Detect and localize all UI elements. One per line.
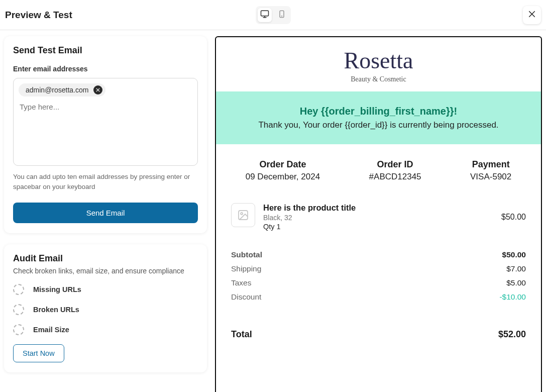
order-id-label: Order ID [369, 159, 421, 170]
audit-title: Audit Email [13, 253, 198, 264]
email-chip: admin@rosetta.com [19, 83, 105, 96]
chip-text: admin@rosetta.com [26, 86, 88, 94]
order-info-row: Order Date 09 December, 2024 Order ID #A… [216, 144, 541, 197]
preview-frame[interactable]: Rosetta Beauty & Cosmetic Hey {{order_bi… [215, 36, 542, 392]
summary-taxes: Taxes $5.00 [231, 276, 526, 290]
send-test-title: Send Test Email [13, 45, 198, 56]
shipping-value: $7.00 [506, 264, 526, 273]
summary-subtotal: Subtotal $50.00 [231, 248, 526, 262]
product-info: Here is the product title Black, 32 Qty … [263, 203, 493, 231]
audit-item-missing-urls: Missing URLs [13, 284, 198, 295]
product-variant: Black, 32 [263, 214, 493, 222]
payment-value: VISA-5902 [470, 172, 511, 182]
main: Send Test Email Enter email addresses ad… [0, 30, 546, 392]
email-input-box[interactable]: admin@rosetta.com [13, 78, 198, 166]
status-pending-icon [13, 324, 24, 335]
price-summary: Subtotal $50.00 Shipping $7.00 Taxes $5.… [216, 246, 541, 314]
status-pending-icon [13, 284, 24, 295]
email-text-input[interactable] [19, 101, 192, 113]
subtotal-value: $50.00 [502, 250, 526, 259]
svg-rect-0 [261, 11, 268, 16]
brand-header: Rosetta Beauty & Cosmetic [216, 37, 541, 91]
left-panel: Send Test Email Enter email addresses ad… [0, 30, 211, 392]
desktop-toggle[interactable] [258, 8, 272, 22]
payment-col: Payment VISA-5902 [470, 159, 511, 182]
start-audit-button[interactable]: Start Now [13, 344, 64, 362]
order-date-label: Order Date [246, 159, 320, 170]
audit-item-email-size: Email Size [13, 324, 198, 335]
total-label: Total [231, 329, 252, 340]
discount-value: -$10.00 [499, 292, 526, 302]
banner-heading: Hey {{order_billing_first_name}}! [226, 106, 531, 117]
order-id-value: #ABCD12345 [369, 172, 421, 182]
audit-label: Email Size [33, 326, 69, 334]
audit-subtitle: Check broken links, email size, and ensu… [13, 267, 198, 275]
product-image-placeholder [231, 203, 255, 227]
monitor-icon [260, 10, 269, 20]
banner-subtext: Thank you, Your order {{order_id}} is cu… [226, 120, 531, 130]
close-icon [527, 10, 536, 20]
header: Preview & Test [0, 0, 546, 30]
page-title: Preview & Test [5, 10, 72, 21]
svg-rect-3 [280, 11, 284, 17]
audit-card: Audit Email Check broken links, email si… [4, 244, 207, 372]
audit-item-broken-urls: Broken URLs [13, 304, 198, 315]
mobile-toggle[interactable] [275, 8, 289, 22]
brand-tagline: Beauty & Cosmetic [216, 75, 541, 83]
order-date-value: 09 December, 2024 [246, 172, 320, 182]
chip-remove-button[interactable] [93, 85, 102, 94]
send-test-card: Send Test Email Enter email addresses ad… [4, 36, 207, 233]
mobile-icon [278, 10, 286, 20]
greeting-banner: Hey {{order_billing_first_name}}! Thank … [216, 91, 541, 144]
total-value: $52.00 [498, 329, 526, 340]
taxes-label: Taxes [231, 278, 252, 287]
payment-label: Payment [470, 159, 511, 170]
brand-name: Rosetta [216, 49, 541, 72]
taxes-value: $5.00 [506, 278, 526, 287]
audit-label: Broken URLs [33, 306, 79, 314]
svg-point-10 [241, 213, 243, 215]
discount-label: Discount [231, 292, 261, 302]
audit-label: Missing URLs [33, 285, 81, 293]
email-field-label: Enter email addresses [13, 65, 198, 73]
product-title: Here is the product title [263, 203, 493, 213]
device-toggle [256, 6, 291, 24]
summary-shipping: Shipping $7.00 [231, 262, 526, 276]
subtotal-label: Subtotal [231, 250, 262, 259]
close-button[interactable] [523, 6, 541, 24]
summary-discount: Discount -$10.00 [231, 290, 526, 304]
product-row: Here is the product title Black, 32 Qty … [216, 197, 541, 246]
product-price: $50.00 [501, 213, 526, 222]
order-date-col: Order Date 09 December, 2024 [246, 159, 320, 182]
email-help-text: You can add upto ten email addresses by … [13, 172, 198, 191]
send-email-button[interactable]: Send Email [13, 203, 198, 223]
shipping-label: Shipping [231, 264, 261, 273]
order-id-col: Order ID #ABCD12345 [369, 159, 421, 182]
total-row: Total $52.00 [216, 314, 541, 352]
status-pending-icon [13, 304, 24, 315]
product-qty: Qty 1 [263, 223, 493, 231]
preview-panel: Rosetta Beauty & Cosmetic Hey {{order_bi… [211, 30, 546, 392]
